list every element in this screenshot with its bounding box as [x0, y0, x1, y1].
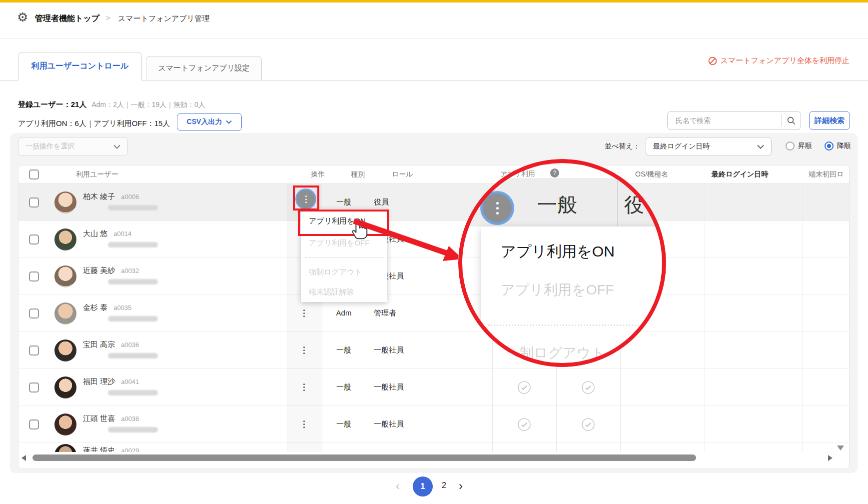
user-name-text: 柏木 綾子 — [83, 192, 115, 200]
col-user: 利用ユーザー — [76, 170, 118, 179]
scroll-right-arrow-icon[interactable] — [828, 455, 833, 461]
user-role: 一般社員 — [374, 420, 404, 429]
table-row[interactable]: 金杉 泰a0035Adm管理者 — [18, 294, 850, 332]
user-name-text: 近藤 美紗 — [83, 266, 115, 274]
sort-desc-option[interactable]: 降順 — [825, 142, 851, 150]
row-checkbox[interactable] — [29, 420, 39, 430]
pagination-page-1[interactable]: 1 — [413, 476, 433, 496]
avatar — [54, 302, 76, 324]
stats-detail: Adm：2人｜一般：19人｜無効：0人 — [91, 100, 205, 108]
user-name-text: 金杉 泰 — [83, 303, 107, 312]
col-os-model: OS/機種名 — [635, 170, 668, 179]
stop-all-apps-label: スマートフォンアプリ全体を利用停止 — [720, 56, 850, 66]
column-divider — [803, 166, 803, 452]
user-role: 役員 — [374, 198, 389, 207]
tab-user-control[interactable]: 利用ユーザーコントロール — [18, 52, 142, 80]
column-divider — [322, 166, 322, 452]
avatar — [54, 340, 76, 362]
app-usage-check-icon — [582, 381, 595, 394]
search-input[interactable] — [675, 116, 781, 125]
user-table: 利用ユーザー 操作 種別 ロール アプリ利用 ? OS/機種名 最終ログイン日時… — [18, 165, 850, 469]
user-id: a0038 — [121, 415, 139, 422]
tab-app-settings[interactable]: スマートフォンアプリ設定 — [146, 56, 262, 80]
col-role: ロール — [392, 170, 413, 179]
user-type: 一般 — [322, 382, 366, 392]
row-checkbox[interactable] — [29, 382, 39, 392]
radio-icon-selected[interactable] — [825, 142, 834, 150]
menu-item-device-auth-release: 端末認証解除 — [301, 282, 387, 302]
avatar — [54, 266, 76, 288]
user-type: Adm — [322, 308, 366, 317]
app-usage-check-icon — [518, 418, 531, 431]
row-checkbox[interactable] — [29, 346, 39, 356]
registered-label: 登録ユーザー： — [18, 100, 71, 108]
table-row[interactable]: 福田 理沙a0041一般一般社員 — [18, 368, 850, 406]
user-name: 大山 悠a0014 — [83, 229, 131, 238]
pagination-prev: ‹ — [396, 479, 400, 493]
avatar — [54, 376, 76, 398]
user-stats-line1: 登録ユーザー：21人Adm：2人｜一般：19人｜無効：0人 — [18, 100, 205, 110]
name-search-box — [667, 111, 801, 130]
sort-selected-value: 最終ログイン日時 — [653, 142, 710, 151]
sort-select[interactable]: 最終ログイン日時 — [646, 137, 772, 156]
user-id: a0032 — [121, 267, 139, 274]
user-type: 一般 — [322, 420, 366, 429]
menu-item-force-logout: 強制ログアウト — [301, 262, 387, 282]
user-email-redacted — [108, 427, 158, 432]
top-accent-bar — [0, 0, 868, 2]
table-row[interactable]: 江頭 世喜a0038一般一般社員 — [18, 406, 850, 443]
header-divider — [0, 38, 868, 38]
csv-import-export-button[interactable]: CSV入出力 — [177, 113, 242, 131]
magnifier-callout: アプリ利用 ? 一般 役 アプリ利用をON アプリ利用をOFF 制ログアウト — [458, 159, 666, 367]
user-email-redacted — [108, 242, 158, 248]
user-id: a0041 — [121, 378, 139, 386]
breadcrumb-separator: > — [106, 14, 110, 22]
table-header: 利用ユーザー 操作 種別 ロール アプリ利用 ? OS/機種名 最終ログイン日時… — [18, 166, 850, 184]
user-type: 一般 — [322, 346, 366, 355]
pagination-next[interactable]: › — [459, 479, 463, 493]
user-email-redacted — [108, 316, 158, 322]
user-id: a0014 — [113, 230, 131, 238]
chevron-down-icon — [226, 120, 232, 124]
avatar — [54, 228, 76, 250]
user-name-text: 福田 理沙 — [83, 377, 115, 386]
table-row[interactable]: 蓮井 悟史a0029 — [18, 442, 850, 453]
sort-desc-label: 降順 — [837, 142, 851, 150]
sort-asc-label: 昇順 — [798, 142, 812, 150]
search-icon[interactable] — [782, 116, 801, 125]
annotation-arrow — [350, 215, 470, 265]
horizontal-scrollbar-thumb[interactable] — [32, 454, 696, 461]
registered-value: 21人 — [71, 100, 87, 108]
user-name: 柏木 綾子a0006 — [83, 192, 139, 202]
scroll-left-arrow-icon[interactable] — [21, 455, 26, 461]
row-checkbox[interactable] — [29, 198, 39, 208]
chevron-down-icon — [757, 144, 764, 149]
col-type: 種別 — [351, 170, 365, 179]
user-name: 近藤 美紗a0032 — [83, 266, 139, 276]
pagination-page-2[interactable]: 2 — [442, 481, 446, 490]
radio-icon[interactable] — [786, 142, 795, 150]
column-divider — [705, 166, 705, 452]
smartphone-app-admin-page: ⚙ 管理者機能トップ > スマートフォンアプリ管理 利用ユーザーコントロール ス… — [0, 0, 868, 504]
advanced-search-label: 詳細検索 — [815, 116, 845, 126]
row-checkbox[interactable] — [29, 272, 39, 282]
breadcrumb-current: スマートフォンアプリ管理 — [118, 14, 209, 24]
sort-label: 並べ替え： — [605, 142, 640, 151]
user-name: 江頭 世喜a0038 — [83, 414, 139, 424]
col-last-login: 最終ログイン日時 — [712, 170, 768, 179]
app-usage-check-icon — [582, 418, 595, 431]
bulk-action-placeholder: 一括操作を選択 — [25, 142, 74, 151]
csv-button-label: CSV入出力 — [187, 118, 222, 126]
user-role: 一般社員 — [374, 346, 404, 355]
table-row[interactable]: 宝田 高宗a0036一般一般社員 — [18, 332, 850, 369]
breadcrumb-root[interactable]: 管理者機能トップ — [35, 14, 99, 24]
bulk-action-select[interactable]: 一括操作を選択 — [18, 137, 128, 156]
row-checkbox[interactable] — [29, 234, 39, 244]
advanced-search-button[interactable]: 詳細検索 — [809, 111, 850, 130]
sort-asc-option[interactable]: 昇順 — [786, 142, 812, 150]
row-checkbox[interactable] — [29, 308, 39, 318]
stop-all-apps-link[interactable]: スマートフォンアプリ全体を利用停止 — [708, 56, 850, 66]
col-operation: 操作 — [311, 170, 325, 179]
user-stats-line2: アプリ利用ON：6人｜アプリ利用OFF：15人 — [18, 119, 170, 128]
select-all-checkbox[interactable] — [29, 170, 39, 180]
